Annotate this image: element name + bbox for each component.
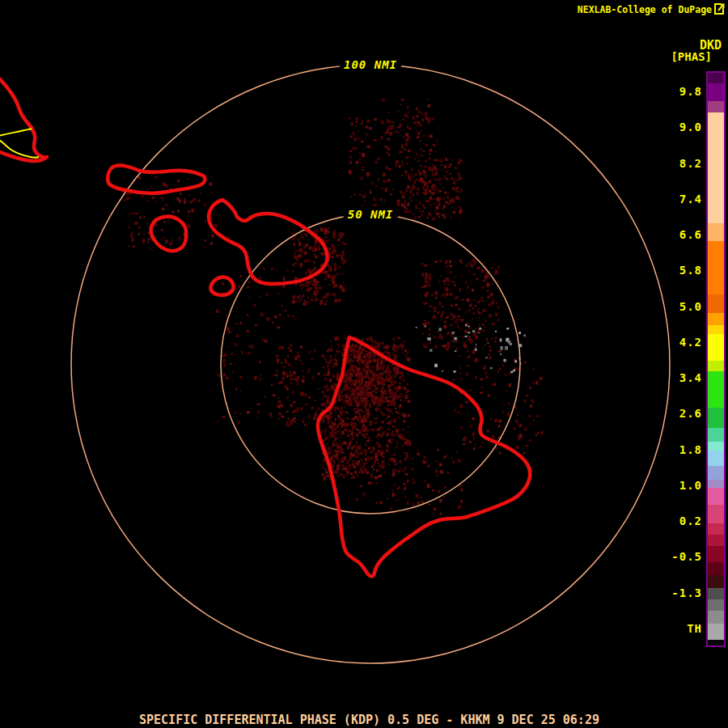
- radar-echo: [385, 396, 388, 399]
- radar-echo: [290, 344, 293, 347]
- radar-echo: [334, 418, 336, 421]
- radar-echo: [402, 470, 404, 472]
- radar-echo: [344, 290, 345, 291]
- radar-echo: [429, 153, 430, 154]
- radar-echo: [404, 200, 406, 201]
- radar-echo: [429, 273, 431, 277]
- radar-echo: [413, 176, 415, 177]
- radar-echo: [366, 184, 367, 186]
- radar-echo: [379, 400, 381, 402]
- radar-echo: [404, 349, 407, 352]
- radar-echo: [226, 377, 229, 380]
- radar-echo: [461, 192, 463, 193]
- radar-echo: [355, 147, 357, 149]
- radar-echo: [240, 275, 242, 277]
- radar-echo: [451, 458, 453, 459]
- colorbar-tick-label: -1.3: [671, 586, 702, 600]
- radar-echo: [366, 172, 370, 176]
- colorbar-tick-label: 4.2: [679, 335, 702, 349]
- radar-echo: [470, 425, 472, 428]
- radar-display: [0, 0, 728, 728]
- radar-echo: [294, 295, 296, 297]
- radar-echo: [336, 378, 339, 381]
- radar-echo: [465, 265, 468, 266]
- radar-echo: [513, 427, 516, 430]
- radar-echo: [446, 316, 449, 319]
- radar-echo: [403, 379, 405, 381]
- radar-echo: [364, 394, 366, 396]
- radar-echo: [165, 239, 168, 243]
- radar-echo: [480, 378, 483, 380]
- radar-echo: [493, 298, 495, 300]
- radar-echo: [399, 151, 402, 154]
- radar-echo: [383, 413, 386, 416]
- radar-echo: [451, 339, 452, 340]
- radar-echo: [472, 435, 473, 437]
- radar-echo: [378, 434, 380, 437]
- radar-echo: [369, 406, 371, 408]
- radar-echo: [468, 269, 469, 270]
- radar-echo: [399, 486, 401, 489]
- radar-echo: [274, 315, 277, 318]
- radar-echo: [384, 146, 386, 147]
- radar-echo: [446, 171, 448, 172]
- radar-echo: [335, 267, 337, 269]
- radar-echo: [393, 344, 396, 347]
- radar-echo: [453, 341, 455, 342]
- radar-echo: [288, 363, 290, 366]
- radar-echo: [388, 384, 391, 387]
- radar-echo: [359, 401, 361, 403]
- radar-echo: [376, 502, 378, 504]
- radar-echo: [370, 362, 372, 363]
- radar-echo: [423, 173, 425, 175]
- radar-echo: [386, 346, 389, 349]
- radar-echo: [305, 233, 308, 237]
- radar-echo: [318, 245, 320, 248]
- radar-echo: [324, 468, 327, 470]
- radar-echo: [472, 289, 474, 292]
- radar-echo: [129, 214, 130, 215]
- radar-echo: [388, 168, 392, 171]
- radar-echo: [310, 299, 311, 301]
- radar-echo: [336, 350, 339, 353]
- radar-echo: [388, 440, 392, 443]
- radar-echo: [370, 393, 372, 396]
- radar-echo: [457, 411, 459, 413]
- radar-echo: [394, 350, 396, 353]
- radar-echo: [255, 324, 258, 326]
- radar-echo: [498, 425, 501, 428]
- radar-echo: [351, 477, 353, 480]
- radar-echo: [468, 336, 471, 338]
- range-ring-label: 50 NMI: [344, 207, 398, 222]
- radar-echo: [438, 178, 442, 182]
- radar-echo: [482, 442, 484, 444]
- radar-echo: [481, 387, 483, 388]
- radar-echo: [465, 311, 467, 313]
- radar-echo: [434, 470, 438, 473]
- radar-echo: [391, 443, 392, 444]
- radar-echo: [472, 313, 475, 315]
- radar-echo: [407, 502, 409, 505]
- radar-echo: [421, 286, 424, 288]
- radar-echo: [401, 438, 403, 439]
- radar-echo: [188, 225, 191, 228]
- radar-echo: [306, 302, 309, 303]
- radar-echo: [469, 441, 471, 443]
- radar-echo: [455, 297, 458, 300]
- radar-echo: [339, 464, 341, 467]
- radar-echo: [408, 210, 412, 213]
- radar-echo: [315, 290, 318, 294]
- radar-echo: [364, 402, 367, 404]
- radar-echo: [396, 411, 397, 413]
- radar-echo: [345, 405, 346, 407]
- radar-echo: [417, 450, 419, 451]
- radar-echo: [362, 153, 365, 157]
- radar-echo: [301, 354, 303, 355]
- radar-echo: [523, 334, 526, 336]
- radar-echo: [509, 383, 511, 387]
- radar-echo: [427, 104, 430, 108]
- radar-echo: [457, 197, 460, 200]
- radar-echo: [345, 380, 347, 383]
- radar-echo: [302, 379, 305, 383]
- radar-echo: [339, 351, 341, 353]
